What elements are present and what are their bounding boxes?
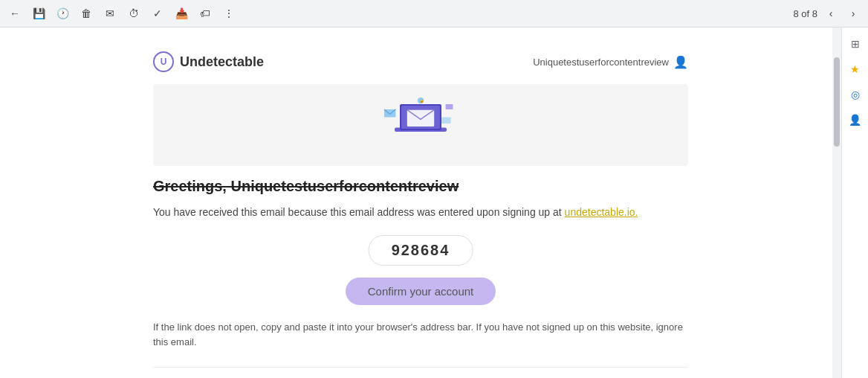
delete-icon[interactable]: 🗑 <box>77 4 95 22</box>
username-display: Uniquetestuserforcontentreview <box>533 57 669 68</box>
email-illustration: 🔒 <box>369 88 473 162</box>
inbox-icon[interactable]: 📥 <box>172 4 190 22</box>
star-panel-icon[interactable]: ★ <box>845 59 866 80</box>
hero-area: 🔒 <box>153 84 688 166</box>
greeting-text: Greetings, Uniquetestuserforcontentrevie… <box>153 178 688 195</box>
brand-name: Undetectable <box>180 54 264 70</box>
email-header: U Undetectable Uniquetestuserforcontentr… <box>153 42 688 84</box>
circle-panel-icon[interactable]: ◎ <box>845 84 866 105</box>
undetectable-link[interactable]: undetectable.io. <box>565 206 638 218</box>
brand: U Undetectable <box>153 51 264 72</box>
person-panel-icon[interactable]: 👤 <box>845 109 866 130</box>
timer-icon[interactable]: ⏱ <box>125 4 143 22</box>
footer-note: If the link does not open, copy and past… <box>153 320 688 349</box>
brand-logo: U <box>153 51 174 72</box>
svg-rect-8 <box>446 104 453 109</box>
prev-page-button[interactable]: ‹ <box>822 4 840 22</box>
toolbar-left-icons: ← 💾 🕐 🗑 ✉ ⏱ ✓ 📥 🏷 ⋮ <box>6 4 238 22</box>
back-button[interactable]: ← <box>6 4 24 22</box>
email-body: You have received this email because thi… <box>153 204 688 220</box>
email-viewer: U Undetectable Uniquetestuserforcontentr… <box>0 28 841 378</box>
next-page-button[interactable]: › <box>844 4 862 22</box>
right-panel: ⊞ ★ ◎ 👤 + <box>841 28 868 378</box>
scrollbar[interactable] <box>832 28 841 378</box>
brand-logo-letter: U <box>161 57 167 67</box>
check-icon[interactable]: ✓ <box>149 4 166 22</box>
main-content: U Undetectable Uniquetestuserforcontentr… <box>0 28 868 378</box>
user-avatar-icon: 👤 <box>673 55 688 69</box>
mail-icon[interactable]: ✉ <box>101 4 119 22</box>
email-content: U Undetectable Uniquetestuserforcontentr… <box>123 28 718 378</box>
confirm-account-button[interactable]: Confirm your account <box>346 278 496 305</box>
page-counter-text: 8 of 8 <box>793 8 817 19</box>
grid-panel-icon[interactable]: ⊞ <box>845 33 866 54</box>
browser-toolbar: ← 💾 🕐 🗑 ✉ ⏱ ✓ 📥 🏷 ⋮ 8 of 8 ‹ › <box>0 0 868 28</box>
circle-icon[interactable]: 🕐 <box>54 4 71 22</box>
svg-rect-5 <box>441 118 451 124</box>
tag-icon[interactable]: 🏷 <box>196 4 214 22</box>
scrollbar-thumb[interactable] <box>834 57 840 147</box>
user-info: Uniquetestuserforcontentreview 👤 <box>533 55 688 69</box>
more-icon[interactable]: ⋮ <box>220 4 238 22</box>
svg-text:🔒: 🔒 <box>419 97 424 103</box>
body-text-main: You have received this email because thi… <box>153 206 562 218</box>
page-counter: 8 of 8 ‹ › <box>793 4 862 22</box>
save-icon[interactable]: 💾 <box>30 4 48 22</box>
confirmation-code: 928684 <box>369 235 473 266</box>
email-footer: Home Docs Cloud Dashboard 𝕏 f ✈ ◻ ▶ <box>153 367 688 378</box>
